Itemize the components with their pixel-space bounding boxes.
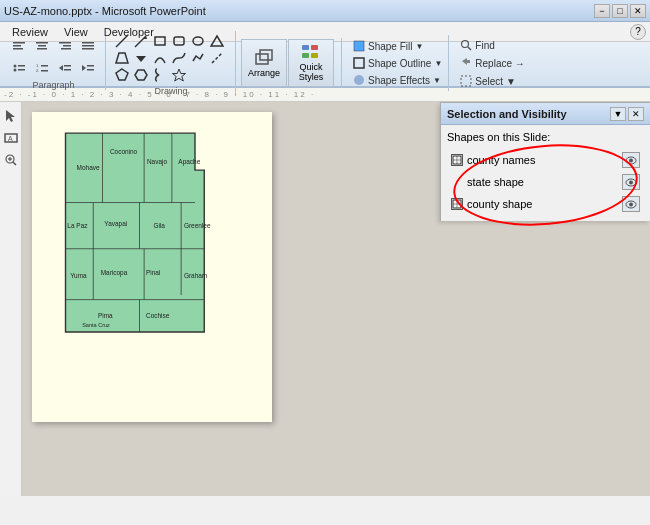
close-button[interactable]: ✕ [630,4,646,18]
find-button[interactable]: Find [455,37,529,53]
svg-text:Pinal: Pinal [146,269,160,276]
triangle-tool[interactable] [208,33,226,49]
arrange-label: Arrange [248,68,280,78]
svg-line-26 [116,35,128,47]
minimize-button[interactable]: − [594,4,610,18]
svg-text:Coconino: Coconino [110,148,138,155]
select-button[interactable]: Select ▼ [455,73,529,89]
brace-tool[interactable] [151,67,169,83]
text-tool-btn[interactable]: A [0,128,22,148]
shapes-section-label: Shapes on this Slide: [447,131,644,143]
shape-icon-county-names [451,154,463,166]
line-tool[interactable] [113,33,131,49]
svg-rect-11 [82,48,94,50]
title-text: US-AZ-mono.pptx - Microsoft PowerPoint [4,5,206,17]
main-area: A [0,102,650,496]
svg-rect-6 [59,42,71,44]
svg-point-14 [14,69,17,72]
shape-item-state-shape[interactable]: state shape [447,171,644,193]
svg-point-47 [462,41,469,48]
help-button[interactable]: ? [630,24,646,40]
panel-controls: ▼ ✕ [610,107,644,121]
bullets-btn[interactable] [8,58,30,78]
justify-btn[interactable] [77,36,99,56]
svg-marker-36 [135,70,147,80]
svg-rect-43 [311,53,318,58]
selection-visibility-panel: Selection and Visibility ▼ ✕ Shapes on t… [440,102,650,221]
svg-point-31 [193,37,203,45]
svg-rect-2 [13,48,23,50]
svg-rect-40 [302,45,309,50]
svg-text:2.: 2. [36,68,39,73]
freeform-tool[interactable] [189,50,207,66]
svg-text:Graham: Graham [184,272,207,279]
align-center-btn[interactable] [31,36,53,56]
svg-marker-32 [211,36,223,46]
indent-increase-btn[interactable] [77,58,99,78]
svg-text:Yavapai: Yavapai [104,220,127,228]
panel-collapse-button[interactable]: ▼ [610,107,626,121]
align-left-btn[interactable] [8,36,30,56]
state-shape-label: state shape [467,176,618,188]
panel-header[interactable]: Selection and Visibility ▼ ✕ [441,103,650,125]
paragraph-label: Paragraph [8,80,99,90]
svg-rect-30 [174,37,184,45]
panel-close-button[interactable]: ✕ [628,107,644,121]
svg-marker-37 [173,69,186,81]
svg-marker-50 [6,110,15,122]
svg-text:Maricopa: Maricopa [101,269,128,277]
svg-marker-35 [116,69,128,80]
svg-rect-49 [461,76,471,86]
curve-tool[interactable] [170,50,188,66]
shape-fill-button[interactable]: Shape Fill ▼ [348,38,447,54]
svg-point-96 [629,202,633,206]
rounded-rect-tool[interactable] [170,33,188,49]
county-names-label: county names [467,154,618,166]
arrow-tool[interactable] [132,33,150,49]
connector-tool[interactable] [208,50,226,66]
shape-item-county-names[interactable]: county names [447,149,644,171]
isosceles-tool[interactable] [113,50,131,66]
ruler: -2 · -1 · 0 · 1 · 2 · 3 · 4 · 5 · 6 · 7 … [0,88,650,102]
svg-point-12 [14,65,17,68]
svg-point-89 [629,158,633,162]
ribbon: 1.2. Paragraph [0,42,650,88]
oval-tool[interactable] [189,33,207,49]
svg-rect-22 [64,69,71,71]
arc-tool[interactable] [151,50,169,66]
numbering-btn[interactable]: 1.2. [31,58,53,78]
zoom-in-btn[interactable] [0,150,22,170]
quick-styles-button[interactable]: Quick Styles [288,39,334,87]
svg-line-48 [468,47,471,50]
svg-rect-1 [13,45,21,47]
star-tool[interactable] [170,67,188,83]
maximize-button[interactable]: □ [612,4,628,18]
rect-tool[interactable] [151,33,169,49]
state-shape-visibility-btn[interactable] [622,174,640,190]
svg-rect-17 [41,65,48,67]
hexagon-tool[interactable] [132,67,150,83]
align-right-btn[interactable] [54,36,76,56]
svg-rect-44 [354,41,364,51]
svg-rect-9 [82,42,94,44]
svg-line-54 [13,162,16,165]
svg-point-91 [629,180,633,184]
select-tool-btn[interactable] [0,106,22,126]
indent-decrease-btn[interactable] [54,58,76,78]
county-shape-visibility-btn[interactable] [622,196,640,212]
pentagon-tool[interactable] [113,67,131,83]
svg-text:Navajo: Navajo [147,158,168,166]
panel-content: Shapes on this Slide: county names state… [441,125,650,221]
title-bar: US-AZ-mono.pptx - Microsoft PowerPoint −… [0,0,650,22]
svg-rect-29 [155,37,165,45]
arrange-button[interactable]: Arrange [241,39,287,87]
replace-button[interactable]: Replace → [455,55,529,71]
county-names-visibility-btn[interactable] [622,152,640,168]
shape-outline-button[interactable]: Shape Outline ▼ [348,55,447,71]
more-shapes[interactable] [132,50,150,66]
svg-rect-39 [260,50,272,60]
arizona-map: Mohave Coconino Navajo Apache La Paz Yav… [47,127,232,352]
svg-rect-0 [13,42,25,44]
shape-effects-button[interactable]: Shape Effects ▼ [348,72,447,88]
shape-item-county-shape[interactable]: county shape [447,193,644,215]
